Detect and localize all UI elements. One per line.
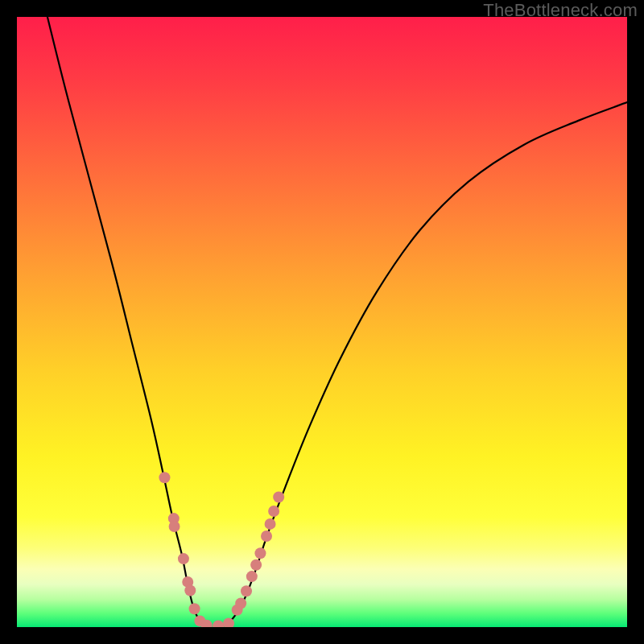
- data-point: [189, 603, 200, 614]
- data-point: [250, 559, 262, 571]
- data-point: [261, 530, 272, 542]
- chart-frame: [17, 17, 627, 627]
- chart-background: [17, 17, 627, 627]
- data-point: [265, 518, 276, 530]
- data-point: [268, 506, 279, 517]
- data-point: [254, 547, 266, 559]
- data-point: [169, 521, 180, 532]
- data-point: [241, 585, 252, 597]
- data-point: [273, 492, 284, 503]
- data-point: [159, 472, 170, 483]
- data-point: [178, 553, 189, 564]
- data-point: [246, 571, 258, 582]
- data-point: [235, 597, 246, 609]
- chart-canvas: [17, 17, 627, 627]
- data-point: [184, 585, 196, 597]
